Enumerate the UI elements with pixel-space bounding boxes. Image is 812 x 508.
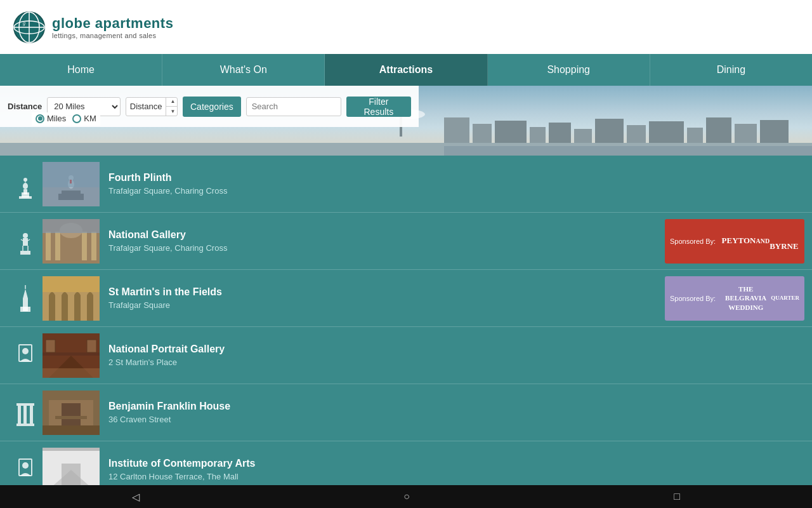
svg-rect-39: [23, 238, 28, 246]
attraction-info-national-portrait: National Portrait Gallery 2 St Martin's …: [108, 344, 804, 367]
android-home-button[interactable]: ○: [403, 491, 410, 502]
sort-label: Distance: [126, 102, 166, 111]
svg-point-59: [22, 348, 29, 354]
search-input[interactable]: [246, 97, 341, 116]
km-label: KM: [84, 114, 96, 123]
svg-line-41: [28, 239, 30, 241]
attraction-name: St Martin's in the Fields: [108, 286, 665, 298]
nav-attractions[interactable]: Attractions: [325, 54, 487, 86]
attraction-thumbnail-fourth-plinth: [43, 162, 100, 206]
attraction-icon-st-martins: [8, 283, 43, 314]
header: g globe apartments lettings, management …: [0, 0, 812, 54]
miles-radio[interactable]: Miles: [36, 114, 66, 123]
attraction-thumbnail-national-gallery: [43, 219, 100, 264]
svg-point-26: [23, 183, 28, 189]
sponsor-label: Sponsored By:: [670, 295, 716, 302]
svg-point-29: [23, 178, 27, 182]
attraction-name: Institute of Contemporary Arts: [108, 458, 804, 469]
attraction-icon-ica: [8, 454, 43, 486]
attraction-info-fourth-plinth: Fourth Plinth Trafalgar Square, Charing …: [108, 172, 804, 196]
attraction-thumbnail-national-portrait: [43, 333, 100, 378]
app-tagline: lettings, management and sales: [52, 32, 173, 39]
sort-box: Distance ▲ ▼: [126, 97, 178, 116]
svg-text:g: g: [23, 20, 25, 26]
svg-rect-32: [58, 194, 84, 200]
sort-down-arrow[interactable]: ▼: [166, 107, 178, 116]
attraction-address: Trafalgar Square: [108, 300, 665, 310]
attractions-list: Fourth Plinth Trafalgar Square, Charing …: [0, 156, 812, 485]
svg-rect-68: [16, 403, 34, 406]
sponsor-box-national-gallery: Sponsored By: PEYTONANDBYRNE: [665, 219, 804, 264]
attraction-row[interactable]: Institute of Contemporary Arts 12 Carlto…: [0, 441, 812, 485]
categories-button[interactable]: Categories: [183, 97, 241, 117]
attraction-row[interactable]: National Portrait Gallery 2 St Martin's …: [0, 327, 812, 384]
attraction-info-national-gallery: National Gallery Trafalgar Square, Chari…: [108, 229, 665, 253]
km-radio[interactable]: KM: [72, 114, 96, 123]
nav-shopping[interactable]: Shopping: [488, 54, 650, 86]
svg-rect-27: [23, 189, 27, 194]
nav-dining[interactable]: Dining: [650, 54, 812, 86]
svg-rect-46: [46, 232, 51, 260]
svg-rect-23: [444, 146, 812, 156]
attraction-thumbnail-ica: [43, 448, 100, 486]
svg-rect-70: [23, 406, 27, 424]
logo-container: g globe apartments lettings, management …: [13, 11, 173, 44]
attraction-row[interactable]: National Gallery Trafalgar Square, Chari…: [0, 213, 812, 270]
attraction-address: Trafalgar Square, Charing Cross: [108, 243, 665, 253]
svg-rect-74: [43, 425, 100, 435]
attraction-row[interactable]: St Martin's in the Fields Trafalgar Squa…: [0, 270, 812, 327]
attraction-row[interactable]: Benjamin Franklin House 36 Craven Street: [0, 384, 812, 441]
svg-rect-69: [18, 406, 21, 424]
attraction-name: National Portrait Gallery: [108, 344, 804, 355]
nav-home[interactable]: Home: [0, 54, 162, 86]
sponsor-box-st-martins: Sponsored By: THE BELGRAVIAWEDDINGQUARTE…: [665, 276, 804, 321]
attraction-name: Benjamin Franklin House: [108, 401, 804, 412]
app-name: globe apartments: [52, 15, 173, 32]
sponsor-label: Sponsored By:: [670, 237, 716, 245]
svg-rect-53: [20, 307, 30, 312]
filter-results-button[interactable]: Filter Results: [346, 97, 411, 117]
android-recent-button[interactable]: □: [674, 491, 680, 502]
svg-rect-83: [62, 464, 81, 486]
svg-rect-67: [16, 424, 34, 426]
svg-rect-63: [43, 352, 100, 356]
svg-rect-76: [55, 416, 87, 419]
attraction-info-st-martins: St Martin's in the Fields Trafalgar Squa…: [108, 286, 665, 310]
sort-up-arrow[interactable]: ▲: [166, 97, 178, 107]
svg-rect-64: [46, 340, 55, 352]
attraction-address: 2 St Martin's Place: [108, 358, 804, 367]
svg-rect-66: [43, 368, 100, 378]
attraction-info-ica: Institute of Contemporary Arts 12 Carlto…: [108, 458, 804, 481]
svg-rect-49: [91, 232, 96, 260]
sponsor-logo-peyton: PEYTONANDBYRNE: [721, 231, 799, 252]
attraction-info-benjamin: Benjamin Franklin House 36 Craven Street: [108, 401, 804, 424]
logo-text: globe apartments lettings, management an…: [52, 15, 173, 39]
svg-rect-57: [43, 276, 100, 292]
radio-group: Miles KM: [32, 112, 100, 126]
attraction-address: 12 Carlton House Terrace, The Mall: [108, 472, 804, 481]
svg-point-38: [23, 233, 28, 238]
nav: Home What's On Attractions Shopping Dini…: [0, 54, 812, 86]
attraction-icon-fourth-plinth: [8, 168, 43, 200]
svg-line-40: [21, 239, 23, 241]
attraction-icon-national-gallery: [8, 225, 43, 257]
attraction-thumbnail-st-martins: [43, 276, 100, 321]
miles-label: Miles: [47, 114, 66, 123]
svg-rect-37: [43, 162, 100, 187]
attraction-address: Trafalgar Square, Charing Cross: [108, 186, 804, 196]
svg-rect-25: [19, 196, 32, 199]
logo-icon: g: [13, 11, 46, 44]
svg-rect-51: [43, 219, 100, 233]
svg-rect-47: [55, 232, 60, 260]
attraction-row[interactable]: Fourth Plinth Trafalgar Square, Charing …: [0, 156, 812, 213]
attraction-thumbnail-benjamin: [43, 391, 100, 435]
android-back-button[interactable]: ◁: [132, 491, 140, 503]
svg-rect-75: [62, 403, 81, 425]
attraction-name: Fourth Plinth: [108, 172, 804, 184]
svg-rect-82: [43, 448, 100, 451]
svg-point-78: [22, 462, 29, 469]
attraction-icon-national-portrait: [8, 340, 43, 371]
attraction-address: 36 Craven Street: [108, 415, 804, 424]
attraction-icon-benjamin: [8, 397, 43, 429]
nav-whats-on[interactable]: What's On: [162, 54, 325, 86]
